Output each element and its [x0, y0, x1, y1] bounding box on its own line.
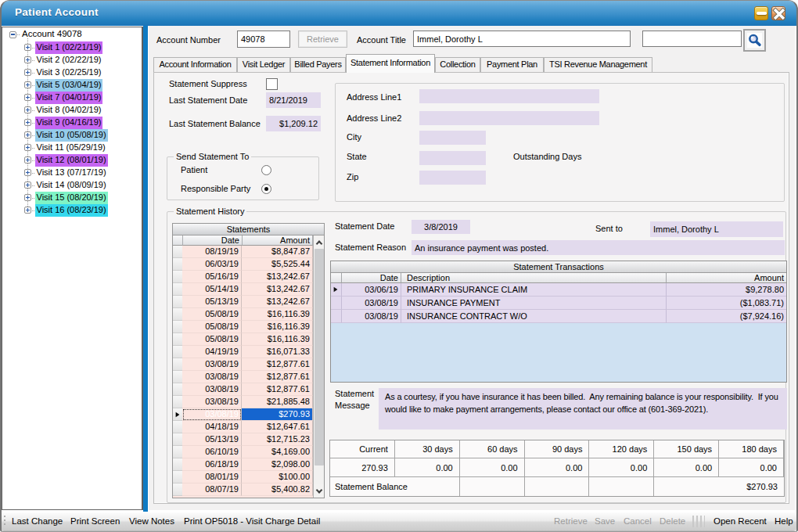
tree-item-visit[interactable]: Visit 16 (08/23/19): [2, 204, 142, 217]
scrollbar-thumb[interactable]: [315, 249, 324, 466]
statement-row[interactable]: 08/01/19$100.00: [173, 471, 324, 483]
titlebar[interactable]: Patient Account: [1, 1, 797, 26]
search-input[interactable]: [642, 31, 742, 47]
expand-box-icon[interactable]: [24, 207, 31, 214]
tab-collection[interactable]: Collection: [435, 57, 480, 72]
expand-box-icon[interactable]: [24, 144, 31, 151]
statement-row[interactable]: 04/19/19$16,071.33: [173, 346, 324, 358]
statusbar-cancel[interactable]: Cancel: [624, 512, 652, 530]
tree-item-visit[interactable]: Visit 9 (04/16/19): [2, 117, 142, 129]
tree-item-visit[interactable]: Visit 13 (07/17/19): [2, 167, 142, 179]
statements-scrollbar[interactable]: [313, 235, 324, 498]
transaction-row[interactable]: 03/08/19INSURANCE PAYMENT($1,083.71): [331, 297, 786, 310]
address-zip-field[interactable]: [419, 171, 486, 185]
statusbar-delete[interactable]: Delete: [660, 512, 685, 530]
tree-item-visit[interactable]: Visit 5 (03/04/19): [2, 79, 142, 92]
statusbar-retrieve[interactable]: Retrieve: [554, 512, 588, 530]
statement-row[interactable]: 05/08/19$16,116.39: [173, 333, 324, 346]
expand-box-icon[interactable]: [24, 156, 31, 164]
statement-message-label: Statement Message: [335, 388, 379, 412]
address-line1-label: Address Line1: [347, 92, 401, 102]
expand-box-icon[interactable]: [24, 106, 31, 113]
expand-box-icon[interactable]: [24, 81, 31, 88]
statement-amount-cell: $21,885.48: [242, 396, 313, 408]
statement-row[interactable]: 05/14/19$13,242.67: [173, 283, 324, 296]
statusbar-print-op5018-visit-charge-detail[interactable]: Print OP5018 - Visit Charge Detail: [184, 512, 320, 530]
expand-box-icon[interactable]: [24, 194, 31, 201]
tab-billed-payers[interactable]: Billed Payers: [290, 57, 346, 72]
statement-row[interactable]: 08/19/19$8,847.87: [173, 246, 324, 258]
transaction-row[interactable]: 03/06/19PRIMARY INSURANCE CLAIM$9,278.80: [331, 283, 786, 297]
tree-item-visit[interactable]: Visit 15 (08/20/19): [2, 192, 142, 204]
tab-visit-ledger[interactable]: Visit Ledger: [237, 57, 290, 72]
statement-row[interactable]: 03/08/19$12,877.61: [173, 371, 324, 383]
statement-row[interactable]: 06/10/19$4,169.00: [173, 446, 324, 458]
tree-item-visit[interactable]: Visit 8 (04/02/19): [2, 104, 142, 117]
tab-payment-plan[interactable]: Payment Plan: [480, 57, 544, 72]
tree-item-visit[interactable]: Visit 1 (02/21/19): [2, 41, 142, 54]
address-line1-field[interactable]: [419, 89, 599, 103]
statement-row[interactable]: 04/18/19$12,647.61: [173, 421, 324, 433]
expand-box-icon[interactable]: [24, 44, 31, 51]
collapse-box-icon[interactable]: [9, 31, 16, 38]
expand-box-icon[interactable]: [24, 94, 31, 101]
address-line2-field[interactable]: [419, 111, 599, 125]
tree-root-item[interactable]: Account 49078: [2, 28, 142, 41]
address-state-field[interactable]: [419, 151, 486, 165]
transactions-col-date: Date: [342, 273, 401, 283]
statement-row[interactable]: 06/03/19$5,525.44: [173, 258, 324, 271]
search-button[interactable]: [743, 29, 766, 52]
statement-row[interactable]: 03/08/19$12,877.61: [173, 358, 324, 371]
tree-item-visit[interactable]: Visit 7 (04/01/19): [2, 92, 142, 104]
patient-account-window: Patient Account Account 49078Visit 1 (02…: [0, 0, 798, 532]
statement-row[interactable]: 05/08/19$16,116.39: [173, 308, 324, 321]
statement-row[interactable]: 05/13/19$13,242.67: [173, 296, 324, 308]
statement-row[interactable]: 03/08/19$21,885.48: [173, 396, 324, 408]
transactions-col-description: Description: [401, 273, 667, 283]
statement-row[interactable]: 05/16/19$13,242.67: [173, 271, 324, 283]
splitter[interactable]: [143, 26, 148, 512]
statement-row[interactable]: 06/18/19$2,098.00: [173, 458, 324, 471]
account-number-input[interactable]: 49078: [237, 31, 290, 48]
statement-date-cell: 03/08/19: [182, 371, 242, 383]
expand-box-icon[interactable]: [24, 56, 31, 63]
transaction-row[interactable]: 03/08/19INSURANCE CONTRACT W/O($7,924.16…: [331, 310, 786, 323]
statement-row[interactable]: 03/08/19$12,877.61: [173, 383, 324, 396]
tab-tsi-revenue-management[interactable]: TSI Revenue Management: [544, 57, 652, 72]
retrieve-button[interactable]: Retrieve: [298, 31, 347, 48]
statusbar-open-recent[interactable]: Open Recent: [714, 512, 767, 530]
expand-box-icon[interactable]: [24, 131, 31, 138]
statusbar-last-change[interactable]: Last Change: [12, 512, 63, 530]
row-selector: [331, 283, 342, 297]
statusbar-save[interactable]: Save: [595, 512, 615, 530]
close-button[interactable]: [771, 6, 785, 20]
tree-item-visit[interactable]: Visit 10 (05/08/19): [2, 129, 142, 142]
statement-suppress-checkbox[interactable]: [266, 78, 278, 90]
statement-row[interactable]: 05/13/19$12,715.23: [173, 433, 324, 446]
tree-item-visit[interactable]: Visit 12 (08/01/19): [2, 154, 142, 167]
statusbar-print-screen[interactable]: Print Screen: [70, 512, 120, 530]
tree-item-visit[interactable]: Visit 3 (02/25/19): [2, 66, 142, 79]
radio-patient[interactable]: [261, 165, 271, 175]
expand-box-icon[interactable]: [24, 169, 31, 176]
expand-box-icon[interactable]: [24, 119, 31, 126]
tab-account-information[interactable]: Account Information: [153, 57, 237, 72]
minimize-button[interactable]: [754, 6, 768, 20]
statement-row[interactable]: 05/08/19$16,116.39: [173, 321, 324, 333]
tree-item-visit[interactable]: Visit 11 (05/29/19): [2, 142, 142, 154]
scroll-down-button[interactable]: [314, 484, 324, 498]
radio-responsible-party[interactable]: [261, 184, 271, 194]
statusbar-help[interactable]: Help: [775, 512, 793, 530]
expand-box-icon[interactable]: [24, 69, 31, 76]
statement-row[interactable]: 03/08/19$270.93: [173, 408, 324, 421]
account-title-input[interactable]: Immel, Dorothy L: [413, 31, 631, 47]
tab-statement-information[interactable]: Statement Information: [346, 54, 435, 73]
tree-item-visit[interactable]: Visit 2 (02/22/19): [2, 54, 142, 66]
transaction-amount-cell: $9,278.80: [667, 283, 786, 297]
scroll-up-button[interactable]: [314, 235, 324, 249]
statusbar-view-notes[interactable]: View Notes: [129, 512, 174, 530]
statement-row[interactable]: 08/07/19$5,400.82: [173, 483, 324, 496]
tree-item-visit[interactable]: Visit 14 (08/09/19): [2, 179, 142, 192]
address-city-field[interactable]: [419, 131, 486, 145]
expand-box-icon[interactable]: [24, 182, 31, 189]
